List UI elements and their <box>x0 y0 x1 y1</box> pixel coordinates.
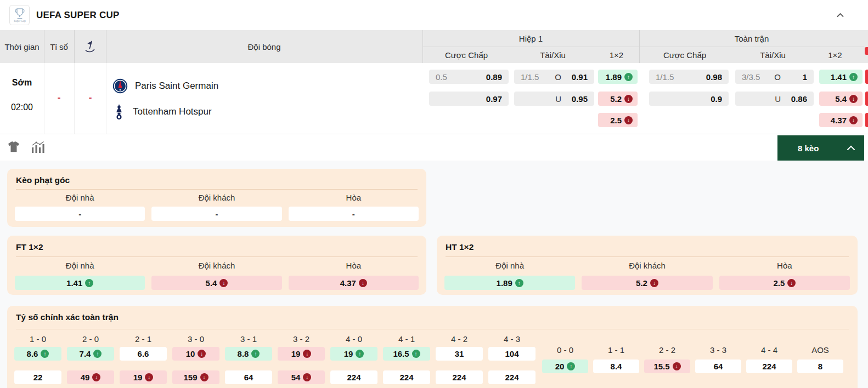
h1-1x2-draw-odds[interactable]: 2.5↓ <box>598 113 638 127</box>
h1-1x2-home-odds[interactable]: 1.89↑ <box>598 70 638 84</box>
odds-value: 10 <box>186 349 195 358</box>
score-odds[interactable]: 16.5↑ <box>383 347 430 361</box>
h1-handicap-home-odds[interactable]: 0.5 0.89 <box>429 70 509 84</box>
svg-text:Super Cup: Super Cup <box>14 20 26 22</box>
ft-1x2-away-odds[interactable]: 5.4↓ <box>819 92 863 106</box>
score-odds[interactable]: 6.6 <box>120 347 167 361</box>
panel-headers: Đội nhà Đội khách Hòa <box>444 261 850 270</box>
away-team-name[interactable]: Tottenham Hotspur <box>133 106 212 117</box>
score-odds[interactable]: 224 <box>746 360 792 373</box>
score-odds[interactable]: 20↑ <box>542 360 588 373</box>
collapse-league-button[interactable] <box>836 10 845 22</box>
ft-handicap-home-odds[interactable]: 1/1.5 0.98 <box>649 70 729 84</box>
ht-draw-odds[interactable]: 2.5↓ <box>719 276 850 290</box>
score-odds[interactable]: 19↑ <box>330 347 377 361</box>
h1-1x2-away-odds[interactable]: 5.2↓ <box>598 92 638 106</box>
home-team-name[interactable]: Paris Saint Germain <box>135 81 218 92</box>
panel-title: Kèo phạt góc <box>16 175 70 185</box>
corner-away-odds[interactable]: - <box>151 207 281 221</box>
trend-up-icon: ↑ <box>85 279 93 287</box>
uefa-super-cup-trophy-icon: Super Cup <box>12 7 27 24</box>
score-odds[interactable]: 64 <box>695 360 741 373</box>
ft-away-odds[interactable]: 5.4↓ <box>151 276 281 290</box>
sub-header-ft-1x2: 1×2 <box>816 47 854 63</box>
score-header: 4 - 4 <box>746 345 792 355</box>
trend-up-icon: ↑ <box>412 350 420 358</box>
header-away: Đội khách <box>582 261 712 270</box>
score-odds[interactable]: 8.4 <box>593 360 639 373</box>
score-odds[interactable]: 224 <box>330 370 377 384</box>
ft-under-odds[interactable]: U 0.86 <box>735 92 814 106</box>
score-header: 4 - 0 <box>330 334 377 344</box>
ft-1x2-draw-odds[interactable]: 4.37↓ <box>819 113 863 127</box>
more-column-indicator <box>865 47 868 55</box>
score-odds[interactable]: 8.8↑ <box>225 347 272 361</box>
odds-value: 16.5 <box>393 349 409 358</box>
corner-home-odds[interactable]: - <box>15 207 145 221</box>
trend-down-icon: ↓ <box>787 279 796 287</box>
score-odds[interactable]: 64 <box>225 370 272 384</box>
score-odds[interactable]: 54↓ <box>278 370 325 384</box>
score-odds[interactable]: 159↓ <box>172 370 219 384</box>
h1-over-odds[interactable]: 1/1.5 O 0.91 <box>514 70 594 84</box>
score-odds[interactable]: 224 <box>436 370 483 384</box>
divider <box>16 189 418 190</box>
ft-draw-odds[interactable]: 4.37↓ <box>289 276 419 290</box>
extra-markets-section: Kèo phạt góc Đội nhà Đội khách Hòa - - -… <box>0 161 868 388</box>
odds-value: 224 <box>347 373 360 382</box>
col-header-score: Tỉ số <box>44 30 74 63</box>
odds-count-toggle-button[interactable]: 8 kèo <box>777 135 864 161</box>
divider <box>74 30 75 63</box>
ft-home-odds[interactable]: 1.41↑ <box>15 276 145 290</box>
header-draw: Hòa <box>289 261 419 270</box>
panel-title: FT 1×2 <box>16 242 43 252</box>
more-column-indicator <box>865 92 868 106</box>
score-odds[interactable]: 22 <box>14 370 61 384</box>
score-odds[interactable]: 15.5↓ <box>644 360 690 373</box>
score-odds[interactable]: 224 <box>488 370 536 384</box>
trend-down-icon: ↓ <box>92 373 100 381</box>
ht-home-odds[interactable]: 1.89↑ <box>444 276 575 290</box>
score-header: 3 - 1 <box>225 334 272 344</box>
psg-logo <box>112 78 128 94</box>
odds-value: 7.4 <box>80 349 91 358</box>
score-odds[interactable]: 104 <box>488 347 536 361</box>
score-odds[interactable]: 224 <box>383 370 430 384</box>
ft-over-odds[interactable]: 3/3.5 O 1 <box>735 70 814 84</box>
divider <box>44 30 44 63</box>
score-odds[interactable]: 19↓ <box>278 347 325 361</box>
score-odds[interactable]: 10↓ <box>172 347 219 361</box>
trend-down-icon: ↓ <box>200 373 208 381</box>
score-column: 4 - 2 31 224 <box>436 334 483 384</box>
match-row: Sớm 02:00 - - Paris Saint Germain Totten… <box>0 63 868 134</box>
home-team[interactable]: Paris Saint Germain <box>112 77 218 95</box>
trend-down-icon: ↓ <box>303 373 311 381</box>
score-odds[interactable]: 7.4↑ <box>67 347 114 361</box>
ft-1x2-home-odds[interactable]: 1.41↑ <box>819 70 863 84</box>
ht-away-odds[interactable]: 5.2↓ <box>582 276 712 290</box>
score-header: 4 - 3 <box>488 334 536 344</box>
score-odds[interactable]: 49↓ <box>67 370 114 384</box>
odds-value: 64 <box>244 373 253 382</box>
ft-handicap-away-odds[interactable]: 0.9 <box>649 92 729 106</box>
h1-handicap-away-odds[interactable]: 0.97 <box>429 92 509 106</box>
score-column: AOS 8 <box>797 345 843 373</box>
panel-cells: 1.41↑ 5.4↓ 4.37↓ <box>15 276 419 290</box>
score-odds[interactable]: 8.6↑ <box>14 347 61 361</box>
trend-down-icon: ↓ <box>673 362 681 370</box>
lineup-button[interactable] <box>8 141 20 155</box>
odds-value: 19 <box>291 349 301 358</box>
score-odds[interactable]: 8 <box>797 360 843 373</box>
h1-under-odds[interactable]: U 0.95 <box>514 92 594 106</box>
odds-value: 0.98 <box>706 72 722 82</box>
corner-draw-odds[interactable]: - <box>289 207 419 221</box>
score-odds[interactable]: 19↓ <box>120 370 167 384</box>
score-odds[interactable]: 31 <box>436 347 483 361</box>
header-away: Đội khách <box>151 193 281 202</box>
trend-down-icon: ↓ <box>359 279 367 287</box>
odds-value: 5.4 <box>206 278 217 288</box>
score-column: 4 - 1 16.5↑ 224 <box>383 334 430 384</box>
away-team[interactable]: Tottenham Hotspur <box>112 103 212 121</box>
sub-header-ft-overunder: Tài/Xỉu <box>730 47 816 63</box>
stats-button[interactable] <box>31 141 46 156</box>
